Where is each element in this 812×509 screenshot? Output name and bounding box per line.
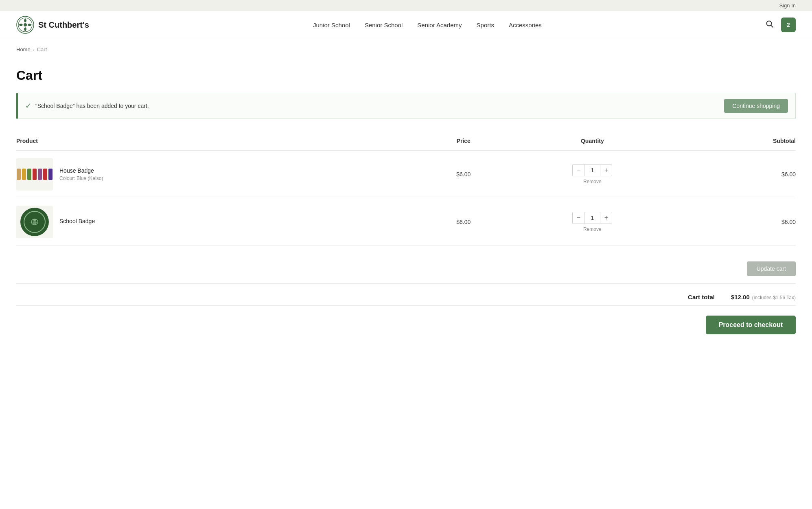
qty-decrease-school-badge[interactable]: − (572, 212, 584, 224)
col-header-subtotal: Subtotal (687, 134, 796, 150)
swatch (27, 169, 31, 180)
nav-list: Junior School Senior School Senior Acade… (313, 22, 542, 29)
main-content: Cart ✓ “School Badge” has been added to … (0, 60, 812, 359)
remove-school-badge[interactable]: Remove (583, 226, 602, 232)
qty-decrease-house-badge[interactable]: − (572, 164, 584, 176)
breadcrumb: Home › Cart (0, 39, 812, 60)
product-thumbnail-house-badge (16, 158, 53, 191)
swatch (17, 169, 21, 180)
sign-in-link[interactable]: Sign In (779, 2, 796, 9)
update-cart-button[interactable]: Update cart (747, 261, 796, 276)
nav-accessories[interactable]: Accessories (509, 22, 542, 29)
school-badge-inner (24, 211, 46, 233)
subtotal-cell-house-badge: $6.00 (687, 150, 796, 198)
col-header-product: Product (16, 134, 429, 150)
notification-message-area: ✓ “School Badge” has been added to your … (25, 101, 149, 110)
product-cell-school-badge: School Badge (16, 198, 429, 246)
continue-shopping-button[interactable]: Continue shopping (724, 99, 788, 113)
nav-senior-school[interactable]: Senior School (365, 22, 403, 29)
swatch (33, 169, 37, 180)
swatch (22, 169, 26, 180)
svg-line-4 (771, 25, 773, 27)
cart-total-section: Cart total $12.00(includes $1.56 Tax) (16, 284, 796, 306)
svg-point-7 (33, 221, 37, 224)
logo-link[interactable]: St Cuthbert's (16, 16, 89, 34)
qty-value-school-badge: 1 (584, 212, 600, 224)
checkout-button[interactable]: Proceed to checkout (706, 316, 796, 334)
table-row: School Badge $6.00 − 1 + Remove (16, 198, 796, 246)
col-header-quantity: Quantity (497, 134, 687, 150)
qty-cell-house-badge: − 1 + Remove (497, 150, 687, 198)
search-button[interactable] (766, 20, 774, 30)
product-name-house-badge: House Badge (59, 167, 103, 174)
page-title: Cart (16, 68, 796, 83)
product-thumbnail-school-badge (16, 206, 53, 238)
main-nav: Junior School Senior School Senior Acade… (313, 22, 542, 29)
swatch (43, 169, 47, 180)
swatch (48, 169, 53, 180)
svg-point-6 (33, 219, 36, 221)
svg-point-2 (24, 23, 27, 26)
site-header: St Cuthbert's Junior School Senior Schoo… (0, 11, 812, 39)
nav-senior-academy[interactable]: Senior Academy (417, 22, 462, 29)
checkout-row: Proceed to checkout (16, 306, 796, 334)
notification-text: “School Badge” has been added to your ca… (35, 103, 149, 109)
logo-icon (16, 16, 34, 34)
product-meta-house-badge: Colour: Blue (Kelso) (59, 176, 103, 181)
remove-house-badge[interactable]: Remove (583, 179, 602, 184)
nav-junior-school[interactable]: Junior School (313, 22, 350, 29)
price-cell-school-badge: $6.00 (429, 198, 497, 246)
product-info-school-badge: School Badge (59, 218, 95, 226)
qty-increase-house-badge[interactable]: + (600, 164, 612, 176)
cart-notification: ✓ “School Badge” has been added to your … (16, 93, 796, 119)
top-bar: Sign In (0, 0, 812, 11)
breadcrumb-current: Cart (37, 46, 47, 53)
school-badge-image (20, 208, 49, 236)
cart-total-value: $12.00(includes $1.56 Tax) (731, 294, 796, 301)
table-header-row: Product Price Quantity Subtotal (16, 134, 796, 150)
product-name-school-badge: School Badge (59, 218, 95, 224)
price-cell-house-badge: $6.00 (429, 150, 497, 198)
qty-row-house-badge: − 1 + (572, 164, 612, 176)
subtotal-cell-school-badge: $6.00 (687, 198, 796, 246)
header-actions: 2 (766, 18, 796, 32)
product-cell-house-badge: House Badge Colour: Blue (Kelso) (16, 150, 429, 198)
school-badge-turtle-icon (28, 216, 41, 228)
product-info-house-badge: House Badge Colour: Blue (Kelso) (59, 167, 103, 181)
cart-table: Product Price Quantity Subtotal (16, 134, 796, 246)
qty-increase-school-badge[interactable]: + (600, 212, 612, 224)
table-row: House Badge Colour: Blue (Kelso) $6.00 −… (16, 150, 796, 198)
breadcrumb-home[interactable]: Home (16, 46, 31, 53)
qty-value-house-badge: 1 (584, 164, 600, 176)
house-badge-image (16, 165, 53, 183)
qty-row-school-badge: − 1 + (572, 212, 612, 224)
nav-sports[interactable]: Sports (477, 22, 494, 29)
qty-cell-school-badge: − 1 + Remove (497, 198, 687, 246)
logo-text: St Cuthbert's (38, 20, 89, 30)
update-row: Update cart (16, 254, 796, 284)
qty-controls-house-badge: − 1 + Remove (497, 164, 687, 184)
qty-controls-school-badge: − 1 + Remove (497, 212, 687, 232)
col-header-price: Price (429, 134, 497, 150)
cart-button[interactable]: 2 (781, 18, 796, 32)
swatch (38, 169, 42, 180)
check-icon: ✓ (25, 101, 31, 110)
breadcrumb-separator: › (33, 47, 35, 53)
cart-total-tax: (includes $1.56 Tax) (752, 295, 796, 301)
cart-total-amount: $12.00 (731, 294, 750, 301)
cart-total-label: Cart total (688, 294, 715, 301)
search-icon (766, 20, 774, 28)
